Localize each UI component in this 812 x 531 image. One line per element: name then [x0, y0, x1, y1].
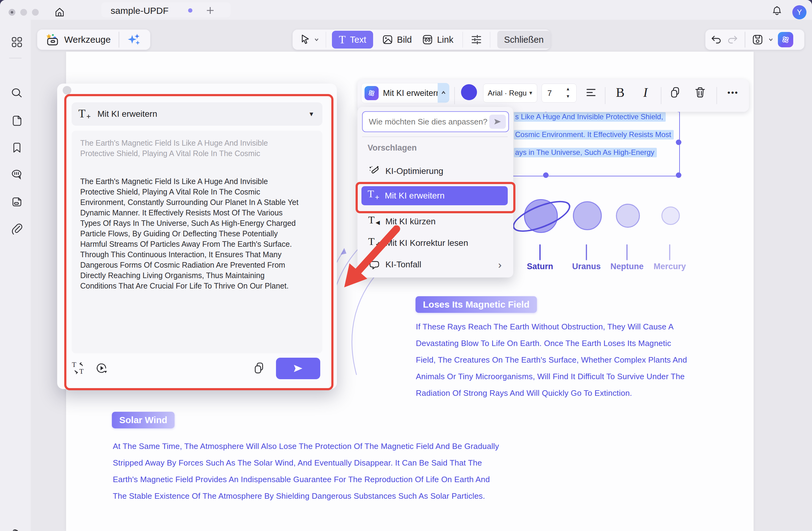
history-toolbar-group [705, 29, 804, 50]
cursor-icon [300, 34, 311, 45]
avatar[interactable]: Y [792, 5, 807, 19]
chevron-right-icon: › [498, 260, 502, 269]
ai-assistant-sparkle-button[interactable] [126, 32, 141, 47]
edit-toolbar-group: T Text Bild Link Schließen [293, 29, 550, 50]
doc-text-line: If These Rays Reach The Earth Without Ob… [416, 322, 674, 331]
sidebar-item-slides[interactable] [9, 194, 25, 210]
menu-item-label: KI-Optimierung [386, 166, 443, 176]
copy-icon [252, 362, 266, 375]
annotation-arrow [335, 221, 415, 295]
zoom-button[interactable] [32, 9, 39, 16]
menu-item-ki-optimierung[interactable]: KI-Optimierung [362, 162, 508, 180]
tab-title: sample-UPDF [111, 5, 188, 16]
window-titlebar: sample-UPDF Y [0, 0, 812, 20]
grid-icon [11, 36, 23, 48]
dialog-drag-handle[interactable] [63, 86, 71, 95]
delete-button[interactable] [693, 85, 708, 100]
notifications-button[interactable] [770, 4, 784, 18]
format-divider [605, 87, 606, 104]
select-tool-button[interactable] [300, 34, 320, 45]
sidebar-item-overview[interactable] [9, 34, 25, 50]
updf-ai-logo-icon [364, 86, 379, 100]
more-options-button[interactable]: ••• [724, 85, 742, 100]
chevron-down-icon [314, 36, 320, 43]
sidebar-item-search[interactable] [9, 85, 25, 101]
page-icon [11, 115, 23, 127]
save-options-button[interactable] [766, 32, 776, 48]
selection-handle-bottom-mid[interactable] [543, 172, 549, 178]
close-edit-button[interactable]: Schließen [497, 31, 550, 48]
avatar-initial: Y [797, 8, 802, 17]
dialog-result-line: Environment, Constantly Surrounding Our … [80, 198, 299, 207]
sidebar-item-bookmarks[interactable] [9, 139, 25, 156]
font-size-stepper[interactable]: 7 ▲ ▼ [541, 84, 577, 103]
dialog-result-line: Directly Reaching Living Organisms, Thus… [80, 271, 265, 280]
text-tool-button[interactable]: T Text [332, 31, 373, 48]
selection-handle-bottom-right[interactable] [676, 172, 681, 178]
doc-text-line: Field, The Creatures On The Earth's Surf… [416, 355, 687, 365]
new-tab-button[interactable] [204, 4, 216, 17]
copy-result-button[interactable] [252, 361, 267, 375]
ai-expand-dialog: T + Mit KI erweitern ▼ The Earth's Magne… [57, 84, 337, 389]
selected-text-fragment: ays in The Universe, Such As High-Energy [514, 148, 657, 157]
translate-text-button[interactable]: T T [71, 360, 87, 376]
sidebar-divider [9, 58, 21, 58]
app-screen: sample-UPDF Y [0, 0, 812, 531]
minimize-button[interactable] [20, 9, 27, 16]
save-button[interactable] [750, 32, 766, 48]
link-icon [422, 34, 433, 45]
font-family-value: Arial · Regul [488, 89, 527, 98]
close-button[interactable] [9, 9, 15, 16]
italic-button[interactable]: I [638, 85, 653, 100]
ai-menu-collapse-button[interactable] [438, 83, 449, 103]
dialog-source-preview-line: The Earth's Magnetic Field Is Like A Hug… [80, 138, 268, 147]
sidebar-item-comments[interactable] [9, 166, 25, 183]
sidebar-item-stamps[interactable] [9, 526, 25, 531]
selection-handle-right-mid[interactable] [676, 139, 681, 145]
dialog-send-button[interactable] [276, 358, 320, 379]
bold-button[interactable]: B [612, 85, 628, 100]
caret-down-icon: ▼ [308, 110, 315, 118]
dialog-result-line: Particle Flows, By Guiding Or Deflecting… [80, 229, 278, 238]
sparkles-icon [127, 33, 141, 47]
updf-ai-button[interactable] [778, 32, 793, 47]
font-color-swatch[interactable] [461, 84, 477, 100]
home-button[interactable] [53, 5, 67, 19]
planet-label-saturn: Saturn [516, 262, 565, 271]
section-heading-loses: Loses Its Magnetic Field [416, 296, 537, 313]
neptune-tick [626, 244, 628, 260]
dialog-result-line: Conditions That Are Crucial For Life To … [80, 281, 289, 290]
regenerate-button[interactable] [93, 360, 110, 376]
bell-icon [771, 5, 783, 17]
undo-button[interactable] [708, 32, 724, 48]
stepper-up-icon[interactable]: ▲ [566, 86, 570, 91]
menu-item-mit-ki-erweitern[interactable]: T + Mit KI erweitern [361, 186, 508, 205]
ai-prompt-send-button[interactable] [489, 115, 506, 129]
sidebar-item-attachments[interactable] [9, 221, 25, 237]
stepper-down-icon[interactable]: ▼ [566, 94, 570, 99]
close-dot [11, 11, 13, 14]
dialog-result-line: Dynamic Manner. It Effectively Resists M… [80, 208, 283, 217]
ai-prompt-input[interactable] [368, 117, 489, 127]
ai-expand-button[interactable]: Mit KI erweitern [361, 83, 445, 103]
section-heading-solar-wind: Solar Wind [112, 412, 175, 428]
wand-icon [367, 164, 381, 178]
duplicate-button[interactable] [668, 85, 683, 100]
dialog-mode-label: Mit KI erweitern [98, 109, 308, 119]
text-align-button[interactable] [583, 85, 599, 100]
link-tool-button[interactable]: Link [422, 34, 453, 45]
paperclip-icon [11, 222, 23, 235]
properties-button[interactable] [470, 33, 482, 47]
text-tool-icon: T [339, 34, 346, 45]
redo-button[interactable] [724, 32, 740, 48]
planet-mercury [662, 207, 680, 225]
font-family-select[interactable]: Arial · Regul ▼ [483, 84, 537, 103]
dialog-mode-select[interactable]: T + Mit KI erweitern ▼ [72, 102, 322, 126]
image-tool-button[interactable]: Bild [382, 34, 412, 45]
image-icon [382, 34, 393, 45]
doc-text-line: Devastating Blow To Life On Earth. Once … [416, 339, 671, 348]
sidebar-item-pages[interactable] [9, 113, 25, 129]
updf-ai-logo-icon [780, 34, 791, 45]
dialog-result-line: The Earth's Magnetic Field Is Like A Hug… [80, 177, 268, 186]
tools-button[interactable]: Werkzeuge [45, 33, 111, 47]
